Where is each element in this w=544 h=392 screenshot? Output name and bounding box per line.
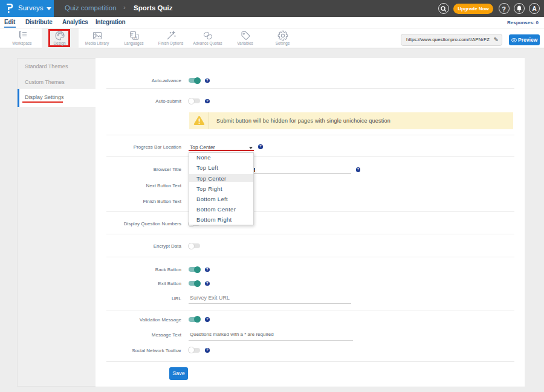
svg-text:A: A xyxy=(134,35,137,39)
svg-text:文: 文 xyxy=(130,32,134,36)
